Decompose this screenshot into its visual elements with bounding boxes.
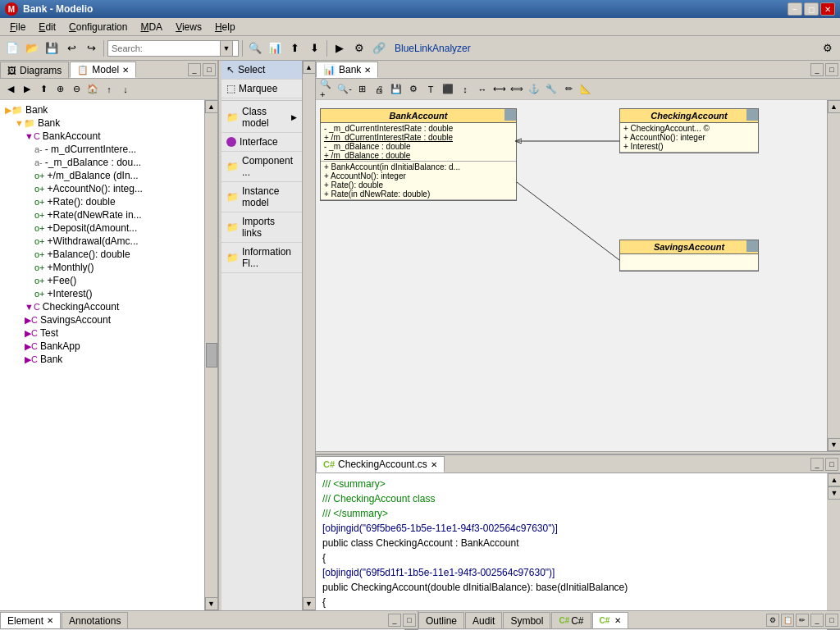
- tree-item[interactable]: o+ +Deposit(dAmount...: [3, 221, 201, 235]
- nav-scrollbar[interactable]: ▲ ▼: [302, 61, 315, 610]
- menu-edit[interactable]: Edit: [32, 20, 62, 34]
- tree-item[interactable]: a- - m_dCurrentIntere...: [3, 143, 201, 156]
- nav-item-imports[interactable]: 📁 Imports links: [221, 212, 302, 243]
- code-maximize[interactable]: □: [825, 458, 838, 471]
- minimize-button[interactable]: −: [788, 2, 802, 16]
- toolbar-btn-2[interactable]: 📊: [266, 39, 284, 57]
- diagram-canvas[interactable]: BankAccount - _m_dCurrentInterestRate : …: [316, 100, 827, 451]
- tree-item[interactable]: o+ +Fee(): [3, 274, 201, 287]
- outline-tools2[interactable]: 📋: [781, 614, 794, 627]
- nav-item-classmodel[interactable]: 📁 Class model ▶: [221, 103, 302, 133]
- menu-configuration[interactable]: Configuration: [62, 20, 134, 34]
- tree-item[interactable]: ▼📁 Bank: [3, 116, 201, 130]
- tree-item[interactable]: ▼C BankAccount: [3, 130, 201, 143]
- toolbar-btn-4[interactable]: ⬇: [305, 39, 323, 57]
- tab-symbol[interactable]: Symbol: [503, 612, 550, 628]
- search-dropdown[interactable]: ▼: [220, 40, 233, 57]
- toolbar-btn-1[interactable]: 🔍: [246, 39, 264, 57]
- code-editor[interactable]: /// <summary> /// CheckingAccount class …: [316, 473, 827, 610]
- toolbar-btn-6[interactable]: ⚙: [350, 39, 368, 57]
- tree-up2[interactable]: ↑: [102, 82, 116, 97]
- menu-file[interactable]: File: [3, 20, 32, 34]
- toolbar-settings[interactable]: ⚙: [819, 39, 837, 57]
- tree-item[interactable]: ▼C CheckingAccount: [3, 300, 201, 313]
- tree-collapse[interactable]: ⊖: [69, 82, 84, 97]
- tab-annotations[interactable]: Annotations: [62, 612, 128, 628]
- tab-csharp-2[interactable]: C# ✕: [592, 612, 629, 628]
- print-button[interactable]: 🖨: [371, 81, 387, 98]
- csharp-tab-close[interactable]: ✕: [614, 616, 621, 625]
- element-tab-close[interactable]: ✕: [47, 616, 53, 625]
- scroll-up[interactable]: ▲: [828, 100, 841, 113]
- tree-item[interactable]: o+ +Withdrawal(dAmc...: [3, 235, 201, 248]
- panel-maximize[interactable]: □: [203, 63, 216, 76]
- code-scrollbar[interactable]: ▲ ▼: [827, 473, 840, 610]
- tree-item[interactable]: o+ +Balance(): double: [3, 248, 201, 261]
- menu-mda[interactable]: MDA: [134, 20, 169, 34]
- scroll-down[interactable]: ▼: [205, 597, 218, 610]
- nav-item-instance[interactable]: 📁 Instance model: [221, 182, 302, 212]
- zoom-out-button[interactable]: 🔍-: [336, 81, 353, 98]
- scroll-up[interactable]: ▲: [205, 100, 218, 113]
- tree-item[interactable]: a- -_m_dBalance : dou...: [3, 156, 201, 169]
- tab-element[interactable]: Element ✕: [0, 612, 61, 628]
- diag-minimize[interactable]: _: [810, 63, 824, 76]
- scroll-down[interactable]: ▼: [828, 438, 841, 451]
- tree-item[interactable]: o+ +/m_dBalance (dIn...: [3, 169, 201, 182]
- tab-model[interactable]: 📋 Model ✕: [70, 62, 136, 78]
- scroll-down[interactable]: ▼: [828, 486, 840, 500]
- tree-item[interactable]: ▶📁 Bank: [3, 103, 201, 116]
- scroll-down[interactable]: ▼: [303, 597, 316, 610]
- element-minimize[interactable]: _: [388, 614, 401, 627]
- tab-bank-diagram[interactable]: 📊 Bank ✕: [316, 62, 378, 78]
- diag-btn-13[interactable]: ⚓: [526, 81, 542, 98]
- tree-down[interactable]: ↓: [118, 82, 133, 97]
- diag-btn-12[interactable]: ⟺: [509, 81, 525, 98]
- menu-views[interactable]: Views: [169, 20, 208, 34]
- nav-item-marquee[interactable]: ⬚ Marquee: [221, 80, 302, 98]
- tab-audit[interactable]: Audit: [465, 612, 502, 628]
- tree-up[interactable]: ⬆: [36, 82, 51, 97]
- close-button[interactable]: ✕: [820, 2, 835, 16]
- diagram-tab-close[interactable]: ✕: [364, 66, 371, 75]
- tree-home[interactable]: 🏠: [85, 82, 100, 97]
- tree-item[interactable]: o+ +AccountNo(): integ...: [3, 182, 201, 195]
- scroll-thumb[interactable]: [206, 343, 217, 368]
- search-input[interactable]: [146, 43, 220, 53]
- tab-checkingaccount-cs[interactable]: C# CheckingAccount.cs ✕: [316, 456, 445, 472]
- zoom-fit-button[interactable]: ⊞: [354, 81, 370, 98]
- nav-item-component[interactable]: 📁 Component ...: [221, 152, 302, 182]
- save-img-button[interactable]: 💾: [388, 81, 404, 98]
- uml-class-checkingaccount[interactable]: CheckingAccount + CheckingAccount... © +…: [619, 108, 759, 153]
- open-button[interactable]: 📂: [23, 39, 41, 57]
- tree-item[interactable]: ▶C SavingsAccount: [3, 313, 201, 326]
- diagram-scrollbar-v[interactable]: ▲ ▼: [827, 100, 840, 451]
- diag-btn-11[interactable]: ⟷: [491, 81, 508, 98]
- undo-button[interactable]: ↩: [62, 39, 80, 57]
- element-maximize[interactable]: □: [403, 614, 416, 627]
- new-button[interactable]: 📄: [3, 39, 21, 57]
- uml-class-savingsaccount[interactable]: SavingsAccount: [619, 240, 759, 272]
- save-button[interactable]: 💾: [43, 39, 61, 57]
- tree-item[interactable]: ▶C Test: [3, 326, 201, 340]
- outline-tools3[interactable]: ✏: [796, 614, 809, 627]
- tree-item[interactable]: ▶C BankApp: [3, 340, 201, 353]
- diag-btn-6[interactable]: ⚙: [405, 81, 422, 98]
- outline-maximize[interactable]: □: [825, 614, 838, 627]
- menu-help[interactable]: Help: [208, 20, 242, 34]
- tree-item[interactable]: o+ +Interest(): [3, 287, 201, 300]
- tree-back[interactable]: ◀: [3, 82, 18, 97]
- diag-btn-16[interactable]: 📐: [578, 81, 594, 98]
- toolbar-btn-3[interactable]: ⬆: [285, 39, 304, 57]
- nav-item-interface[interactable]: Interface: [221, 133, 302, 152]
- code-tab-close[interactable]: ✕: [431, 460, 437, 469]
- toolbar-btn-5[interactable]: ▶: [331, 39, 349, 57]
- outline-tools1[interactable]: ⚙: [766, 614, 779, 627]
- tab-csharp-1[interactable]: C# C#: [551, 612, 591, 628]
- code-minimize[interactable]: _: [810, 458, 824, 471]
- scroll-up[interactable]: ▲: [828, 473, 840, 486]
- diag-btn-14[interactable]: 🔧: [543, 81, 559, 98]
- tree-expand[interactable]: ⊕: [52, 82, 67, 97]
- nav-item-information[interactable]: 📁 Information Fl...: [221, 243, 302, 273]
- zoom-in-button[interactable]: 🔍+: [319, 81, 336, 98]
